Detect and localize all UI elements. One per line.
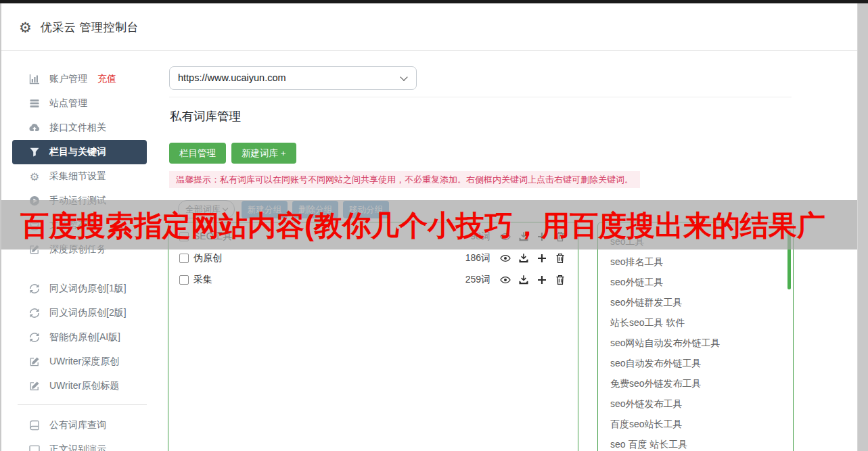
monitor-icon	[28, 444, 41, 451]
site-select-value: https://www.ucaiyun.com	[178, 72, 286, 83]
site-list-icon	[28, 98, 41, 110]
page-title: 私有词库管理	[170, 108, 241, 124]
sidebar-item-label: 采集细节设置	[49, 170, 106, 183]
keyword-item[interactable]: seo外链群发工具	[598, 292, 793, 312]
plus-icon[interactable]	[536, 275, 547, 285]
site-select[interactable]: https://www.ucaiyun.com	[169, 66, 417, 90]
keyword-item[interactable]: seo 百度 站长工具	[598, 434, 793, 451]
row-checkbox[interactable]	[179, 275, 189, 285]
sidebar-item-synonym-v1[interactable]: 同义词伪原创[1版]	[12, 277, 147, 301]
thesaurus-panel: SEO工具 98词 伪原创 186词 采集 259词	[168, 222, 578, 451]
trash-icon[interactable]	[555, 275, 566, 285]
keyword-item[interactable]: seo外链发布工具	[598, 394, 793, 414]
keyword-item[interactable]: seo外链工具	[598, 272, 793, 292]
download-icon[interactable]	[518, 275, 529, 285]
sidebar-item-label: 账户管理	[49, 73, 87, 85]
sidebar-item-label: 公有词库查询	[49, 419, 106, 431]
sidebar-divider	[18, 404, 147, 405]
chevron-down-icon	[400, 73, 407, 80]
row-actions	[500, 275, 566, 285]
sidebar-item-collect-settings[interactable]: ⚙ 采集细节设置	[12, 164, 147, 189]
sidebar-item-ai-rewrite[interactable]: 智能伪原创[AI版]	[12, 325, 147, 350]
keywords-panel: seo工具 seo排名工具 seo外链工具 seo外链群发工具 站长seo工具 …	[597, 222, 794, 451]
download-icon[interactable]	[518, 253, 529, 264]
thesaurus-name: 伪原创	[193, 252, 222, 264]
thesaurus-name: 采集	[193, 274, 212, 286]
sidebar-item-label: 同义词伪原创[2版]	[49, 307, 127, 319]
recharge-link[interactable]: 充值	[97, 73, 116, 85]
cloud-upload-icon	[28, 122, 41, 134]
funnel-icon	[28, 147, 41, 158]
thesaurus-row[interactable]: 采集 259词	[179, 269, 566, 290]
sidebar-item-synonym-v2[interactable]: 同义词伪原创[2版]	[12, 301, 147, 325]
keyword-item[interactable]: 百度seo站长工具	[598, 414, 793, 434]
sidebar-item-sites[interactable]: 站点管理	[12, 91, 147, 116]
sidebar-item-label: 正文识别演示	[49, 444, 106, 451]
refresh-icon	[28, 308, 41, 319]
edit-icon	[28, 381, 41, 392]
gear-icon: ⚙	[19, 20, 32, 34]
word-count: 259词	[465, 274, 490, 286]
sidebar-item-label: 智能伪原创[AI版]	[49, 331, 120, 343]
keyword-item[interactable]: seo自动发布外链工具	[598, 353, 793, 373]
content-divider	[169, 97, 792, 97]
sidebar-item-account[interactable]: 账户管理 充值	[12, 67, 147, 91]
sidebar-item-label: UWriter原创标题	[49, 380, 119, 392]
app-window: ⚙ 优采云 管理控制台 账户管理 充值 站点管理 接口文件相关	[1, 3, 858, 451]
word-count: 186词	[465, 252, 490, 264]
app-header: ⚙ 优采云 管理控制台	[1, 3, 857, 51]
row-actions	[500, 253, 566, 264]
keyword-item[interactable]: seo排名工具	[598, 252, 793, 272]
overlay-banner: 百度搜索指定网站内容(教你几个小技巧，用百度搜出来的结果广	[1, 200, 857, 250]
column-manage-button[interactable]: 栏目管理	[169, 143, 226, 164]
refresh-icon	[28, 283, 41, 295]
sidebar-item-uwriter-title[interactable]: UWriter原创标题	[12, 374, 147, 398]
row-checkbox[interactable]	[179, 254, 189, 263]
sidebar-item-content-demo[interactable]: 正文识别演示	[12, 437, 147, 451]
bar-chart-icon	[28, 74, 41, 85]
sidebar-item-interface-files[interactable]: 接口文件相关	[12, 116, 147, 140]
brand: ⚙ 优采云 管理控制台	[19, 3, 139, 51]
trash-icon[interactable]	[555, 253, 566, 264]
keyword-item[interactable]: 免费seo外链发布工具	[598, 373, 793, 394]
gears-icon: ⚙	[28, 171, 41, 183]
keyword-item[interactable]: 站长seo工具 软件	[598, 312, 793, 333]
edit-icon	[28, 356, 41, 368]
keyword-item[interactable]: seo网站自动发布外链工具	[598, 333, 793, 353]
new-thesaurus-button[interactable]: 新建词库 +	[231, 143, 296, 164]
book-icon	[28, 420, 41, 431]
sidebar-item-columns-keywords[interactable]: 栏目与关键词	[12, 140, 147, 164]
sidebar-item-label: 站点管理	[49, 97, 87, 110]
sidebar-item-label: 同义词伪原创[1版]	[49, 283, 127, 295]
sidebar-item-label: UWriter深度原创	[49, 356, 119, 368]
sidebar-item-public-thesaurus[interactable]: 公有词库查询	[12, 413, 147, 437]
sidebar-item-uwriter-deep[interactable]: UWriter深度原创	[12, 350, 147, 374]
refresh-icon	[28, 332, 41, 343]
overlay-caption: 百度搜索指定网站内容(教你几个小技巧，用百度搜出来的结果广	[1, 200, 857, 252]
app-title: 优采云 管理控制台	[41, 20, 139, 35]
sidebar-item-label: 接口文件相关	[49, 122, 106, 134]
eye-icon[interactable]	[500, 275, 511, 285]
tip-banner: 温馨提示：私有词库可以在同账号不同网站之间共享使用，不必重复添加。右侧框内关键词…	[169, 171, 640, 188]
eye-icon[interactable]	[500, 253, 511, 264]
sidebar-item-label: 栏目与关键词	[49, 146, 106, 158]
plus-icon[interactable]	[536, 253, 547, 264]
